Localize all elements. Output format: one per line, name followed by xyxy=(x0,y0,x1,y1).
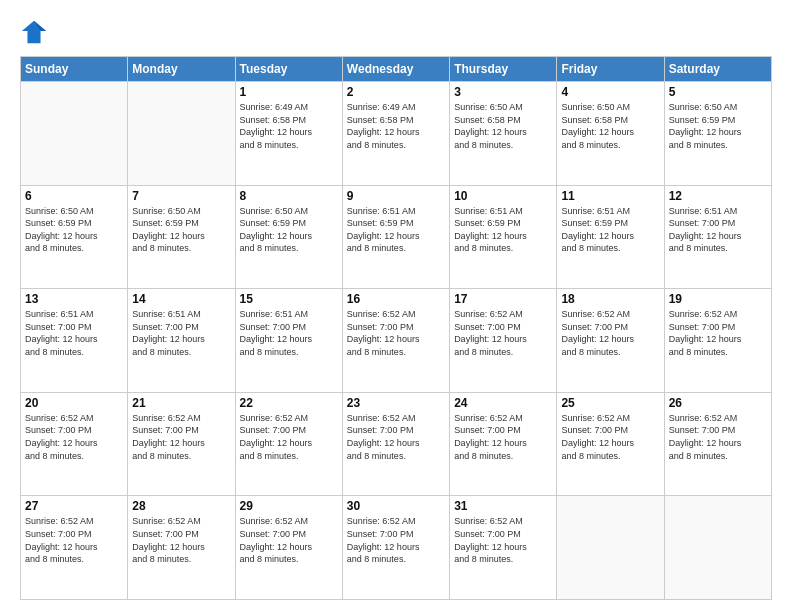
day-number: 28 xyxy=(132,499,230,513)
day-info: Sunrise: 6:49 AM Sunset: 6:58 PM Dayligh… xyxy=(240,101,338,151)
day-info: Sunrise: 6:50 AM Sunset: 6:59 PM Dayligh… xyxy=(25,205,123,255)
day-info: Sunrise: 6:52 AM Sunset: 7:00 PM Dayligh… xyxy=(347,308,445,358)
weekday-header-friday: Friday xyxy=(557,57,664,82)
calendar-week-2: 6Sunrise: 6:50 AM Sunset: 6:59 PM Daylig… xyxy=(21,185,772,289)
day-info: Sunrise: 6:50 AM Sunset: 6:58 PM Dayligh… xyxy=(454,101,552,151)
day-number: 9 xyxy=(347,189,445,203)
calendar-cell: 11Sunrise: 6:51 AM Sunset: 6:59 PM Dayli… xyxy=(557,185,664,289)
calendar-cell: 7Sunrise: 6:50 AM Sunset: 6:59 PM Daylig… xyxy=(128,185,235,289)
day-number: 15 xyxy=(240,292,338,306)
day-info: Sunrise: 6:52 AM Sunset: 7:00 PM Dayligh… xyxy=(561,412,659,462)
day-number: 21 xyxy=(132,396,230,410)
calendar-cell: 6Sunrise: 6:50 AM Sunset: 6:59 PM Daylig… xyxy=(21,185,128,289)
day-info: Sunrise: 6:50 AM Sunset: 6:58 PM Dayligh… xyxy=(561,101,659,151)
day-info: Sunrise: 6:51 AM Sunset: 7:00 PM Dayligh… xyxy=(240,308,338,358)
day-info: Sunrise: 6:51 AM Sunset: 7:00 PM Dayligh… xyxy=(132,308,230,358)
day-info: Sunrise: 6:51 AM Sunset: 6:59 PM Dayligh… xyxy=(347,205,445,255)
calendar-cell: 19Sunrise: 6:52 AM Sunset: 7:00 PM Dayli… xyxy=(664,289,771,393)
weekday-header-saturday: Saturday xyxy=(664,57,771,82)
day-info: Sunrise: 6:51 AM Sunset: 6:59 PM Dayligh… xyxy=(561,205,659,255)
day-number: 1 xyxy=(240,85,338,99)
calendar-cell: 22Sunrise: 6:52 AM Sunset: 7:00 PM Dayli… xyxy=(235,392,342,496)
calendar-cell: 4Sunrise: 6:50 AM Sunset: 6:58 PM Daylig… xyxy=(557,82,664,186)
calendar-cell: 16Sunrise: 6:52 AM Sunset: 7:00 PM Dayli… xyxy=(342,289,449,393)
calendar-cell: 17Sunrise: 6:52 AM Sunset: 7:00 PM Dayli… xyxy=(450,289,557,393)
weekday-header-wednesday: Wednesday xyxy=(342,57,449,82)
day-number: 23 xyxy=(347,396,445,410)
day-number: 4 xyxy=(561,85,659,99)
day-number: 10 xyxy=(454,189,552,203)
day-info: Sunrise: 6:51 AM Sunset: 7:00 PM Dayligh… xyxy=(25,308,123,358)
weekday-header-sunday: Sunday xyxy=(21,57,128,82)
day-number: 2 xyxy=(347,85,445,99)
calendar-cell: 21Sunrise: 6:52 AM Sunset: 7:00 PM Dayli… xyxy=(128,392,235,496)
calendar-cell xyxy=(557,496,664,600)
calendar-cell: 14Sunrise: 6:51 AM Sunset: 7:00 PM Dayli… xyxy=(128,289,235,393)
calendar-cell: 27Sunrise: 6:52 AM Sunset: 7:00 PM Dayli… xyxy=(21,496,128,600)
day-number: 16 xyxy=(347,292,445,306)
day-number: 20 xyxy=(25,396,123,410)
calendar-cell: 1Sunrise: 6:49 AM Sunset: 6:58 PM Daylig… xyxy=(235,82,342,186)
day-info: Sunrise: 6:52 AM Sunset: 7:00 PM Dayligh… xyxy=(454,308,552,358)
day-info: Sunrise: 6:52 AM Sunset: 7:00 PM Dayligh… xyxy=(454,412,552,462)
calendar-cell: 2Sunrise: 6:49 AM Sunset: 6:58 PM Daylig… xyxy=(342,82,449,186)
calendar-cell: 9Sunrise: 6:51 AM Sunset: 6:59 PM Daylig… xyxy=(342,185,449,289)
logo xyxy=(20,18,50,46)
logo-icon xyxy=(20,18,48,46)
calendar-cell: 23Sunrise: 6:52 AM Sunset: 7:00 PM Dayli… xyxy=(342,392,449,496)
day-number: 19 xyxy=(669,292,767,306)
day-number: 27 xyxy=(25,499,123,513)
day-number: 31 xyxy=(454,499,552,513)
calendar-cell: 8Sunrise: 6:50 AM Sunset: 6:59 PM Daylig… xyxy=(235,185,342,289)
calendar-cell xyxy=(664,496,771,600)
day-number: 18 xyxy=(561,292,659,306)
calendar-cell xyxy=(21,82,128,186)
day-number: 8 xyxy=(240,189,338,203)
calendar-table: SundayMondayTuesdayWednesdayThursdayFrid… xyxy=(20,56,772,600)
day-info: Sunrise: 6:50 AM Sunset: 6:59 PM Dayligh… xyxy=(240,205,338,255)
calendar-cell: 13Sunrise: 6:51 AM Sunset: 7:00 PM Dayli… xyxy=(21,289,128,393)
calendar-cell: 10Sunrise: 6:51 AM Sunset: 6:59 PM Dayli… xyxy=(450,185,557,289)
page: SundayMondayTuesdayWednesdayThursdayFrid… xyxy=(0,0,792,612)
day-number: 17 xyxy=(454,292,552,306)
day-info: Sunrise: 6:52 AM Sunset: 7:00 PM Dayligh… xyxy=(347,412,445,462)
calendar-cell: 24Sunrise: 6:52 AM Sunset: 7:00 PM Dayli… xyxy=(450,392,557,496)
calendar-cell: 18Sunrise: 6:52 AM Sunset: 7:00 PM Dayli… xyxy=(557,289,664,393)
svg-marker-0 xyxy=(22,21,46,43)
day-info: Sunrise: 6:52 AM Sunset: 7:00 PM Dayligh… xyxy=(240,412,338,462)
day-number: 7 xyxy=(132,189,230,203)
day-info: Sunrise: 6:51 AM Sunset: 6:59 PM Dayligh… xyxy=(454,205,552,255)
day-info: Sunrise: 6:52 AM Sunset: 7:00 PM Dayligh… xyxy=(240,515,338,565)
weekday-header-tuesday: Tuesday xyxy=(235,57,342,82)
calendar-week-5: 27Sunrise: 6:52 AM Sunset: 7:00 PM Dayli… xyxy=(21,496,772,600)
day-number: 22 xyxy=(240,396,338,410)
calendar-week-4: 20Sunrise: 6:52 AM Sunset: 7:00 PM Dayli… xyxy=(21,392,772,496)
day-number: 14 xyxy=(132,292,230,306)
day-number: 26 xyxy=(669,396,767,410)
header xyxy=(20,18,772,46)
day-number: 3 xyxy=(454,85,552,99)
calendar-cell: 20Sunrise: 6:52 AM Sunset: 7:00 PM Dayli… xyxy=(21,392,128,496)
weekday-header-monday: Monday xyxy=(128,57,235,82)
day-number: 24 xyxy=(454,396,552,410)
day-info: Sunrise: 6:52 AM Sunset: 7:00 PM Dayligh… xyxy=(132,515,230,565)
calendar-cell: 29Sunrise: 6:52 AM Sunset: 7:00 PM Dayli… xyxy=(235,496,342,600)
day-number: 13 xyxy=(25,292,123,306)
day-info: Sunrise: 6:52 AM Sunset: 7:00 PM Dayligh… xyxy=(669,308,767,358)
calendar-cell: 5Sunrise: 6:50 AM Sunset: 6:59 PM Daylig… xyxy=(664,82,771,186)
day-number: 25 xyxy=(561,396,659,410)
calendar-cell: 26Sunrise: 6:52 AM Sunset: 7:00 PM Dayli… xyxy=(664,392,771,496)
calendar-cell: 30Sunrise: 6:52 AM Sunset: 7:00 PM Dayli… xyxy=(342,496,449,600)
day-info: Sunrise: 6:52 AM Sunset: 7:00 PM Dayligh… xyxy=(25,412,123,462)
calendar-cell: 25Sunrise: 6:52 AM Sunset: 7:00 PM Dayli… xyxy=(557,392,664,496)
day-number: 11 xyxy=(561,189,659,203)
day-info: Sunrise: 6:52 AM Sunset: 7:00 PM Dayligh… xyxy=(454,515,552,565)
calendar-cell: 28Sunrise: 6:52 AM Sunset: 7:00 PM Dayli… xyxy=(128,496,235,600)
weekday-header-row: SundayMondayTuesdayWednesdayThursdayFrid… xyxy=(21,57,772,82)
day-info: Sunrise: 6:52 AM Sunset: 7:00 PM Dayligh… xyxy=(132,412,230,462)
day-info: Sunrise: 6:50 AM Sunset: 6:59 PM Dayligh… xyxy=(132,205,230,255)
day-info: Sunrise: 6:52 AM Sunset: 7:00 PM Dayligh… xyxy=(561,308,659,358)
calendar-week-3: 13Sunrise: 6:51 AM Sunset: 7:00 PM Dayli… xyxy=(21,289,772,393)
calendar-week-1: 1Sunrise: 6:49 AM Sunset: 6:58 PM Daylig… xyxy=(21,82,772,186)
day-number: 12 xyxy=(669,189,767,203)
